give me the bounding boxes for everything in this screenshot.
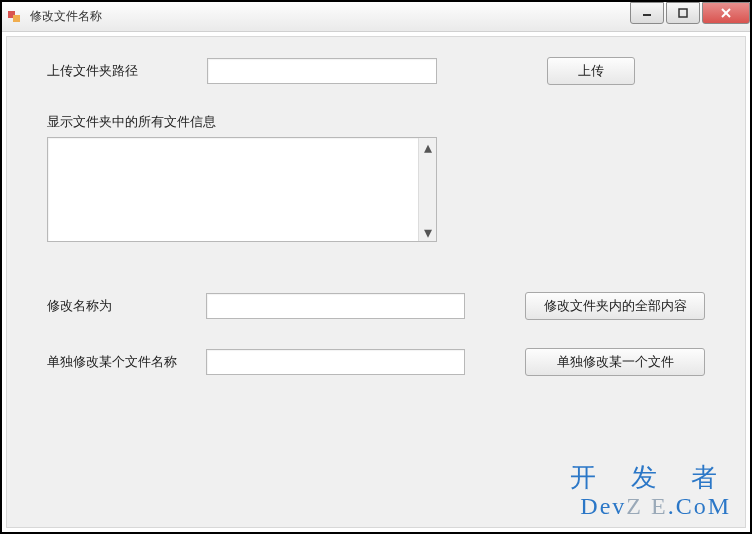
upload-path-input[interactable] bbox=[207, 58, 437, 84]
file-listbox[interactable]: ▴ ▾ bbox=[47, 137, 437, 242]
window-controls bbox=[628, 2, 750, 24]
watermark-cn: 开 发 者 bbox=[570, 464, 731, 493]
rename-all-button[interactable]: 修改文件夹内的全部内容 bbox=[525, 292, 705, 320]
app-icon bbox=[8, 9, 24, 25]
minimize-button[interactable] bbox=[630, 2, 664, 24]
rename-to-label: 修改名称为 bbox=[47, 297, 206, 315]
maximize-button[interactable] bbox=[666, 2, 700, 24]
scroll-down-icon[interactable]: ▾ bbox=[419, 223, 436, 241]
svg-rect-1 bbox=[679, 9, 687, 17]
window: 修改文件名称 上传文件夹路径 上传 显示文件夹中的所有文件信息 ▴ bbox=[2, 2, 750, 532]
rename-to-input[interactable] bbox=[206, 293, 465, 319]
upload-button[interactable]: 上传 bbox=[547, 57, 635, 85]
file-list-label: 显示文件夹中的所有文件信息 bbox=[47, 113, 705, 131]
watermark: 开 发 者 DevZ E.CoM bbox=[570, 464, 731, 519]
window-title: 修改文件名称 bbox=[30, 8, 102, 25]
scroll-up-icon[interactable]: ▴ bbox=[419, 138, 436, 156]
rename-single-button[interactable]: 单独修改某一个文件 bbox=[525, 348, 705, 376]
watermark-en: DevZ E.CoM bbox=[570, 493, 731, 519]
close-button[interactable] bbox=[702, 2, 750, 24]
single-rename-label: 单独修改某个文件名称 bbox=[47, 353, 206, 371]
titlebar[interactable]: 修改文件名称 bbox=[2, 2, 750, 32]
listbox-scrollbar[interactable]: ▴ ▾ bbox=[418, 138, 436, 241]
file-listbox-content bbox=[48, 138, 418, 241]
rename-row: 修改名称为 修改文件夹内的全部内容 bbox=[47, 292, 705, 320]
single-rename-input[interactable] bbox=[206, 349, 465, 375]
single-rename-row: 单独修改某个文件名称 单独修改某一个文件 bbox=[47, 348, 705, 376]
upload-path-label: 上传文件夹路径 bbox=[47, 62, 207, 80]
client-area: 上传文件夹路径 上传 显示文件夹中的所有文件信息 ▴ ▾ 修改名称为 修改文件夹… bbox=[6, 36, 746, 528]
file-list-section: 显示文件夹中的所有文件信息 ▴ ▾ bbox=[47, 113, 705, 242]
upload-row: 上传文件夹路径 上传 bbox=[47, 57, 705, 85]
